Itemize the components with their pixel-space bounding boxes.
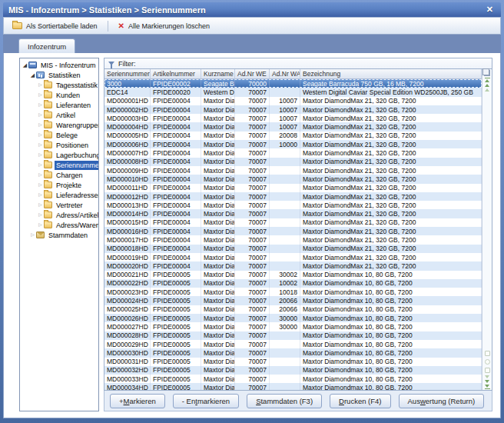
tree-item-kunden[interactable]: ▷Kunden [20,90,98,100]
load-sort-table-button[interactable]: Als Sortiertabelle laden [7,20,103,32]
button--entmarkieren[interactable]: - Entmarkieren [173,394,239,408]
chevron-collapsed-icon[interactable]: ▷ [29,230,36,240]
chevron-collapsed-icon[interactable]: ▷ [37,120,44,130]
table-row[interactable]: MD000005HDFPIDE00004Maxtor Dia7000720008… [104,132,482,140]
table-row[interactable]: MD000021HDFPIDE00005Maxtor Dia7000730002… [104,271,482,279]
tree-item-positionen[interactable]: ▷Positionen [20,140,98,150]
chevron-collapsed-icon[interactable]: ▷ [37,150,44,160]
chevron-expanded-icon[interactable]: ◢ [29,70,36,80]
table-row[interactable]: MD000012HDFPIDE00004Maxtor Dia70007Maxto… [104,192,482,201]
table-row[interactable]: MD000017HDFPIDE00004Maxtor Dia70007Maxto… [104,235,482,244]
chevron-collapsed-icon[interactable]: ▷ [37,140,44,150]
table-row[interactable]: MD000031HDFPIDE00005Maxtor Dia70007Maxto… [104,358,482,366]
table-row[interactable]: MD000034HDFPIDE00005Maxtor Dia70007Maxto… [104,383,482,390]
column-header-artikelnummer[interactable]: Artikelnummer [151,69,201,79]
chevron-collapsed-icon[interactable]: ▷ [37,130,44,140]
table-row[interactable]: MD000032HDFPIDE00005Maxtor Dia70007Maxto… [104,366,482,375]
table-row[interactable]: MD000020HDFPIDE00004Maxtor Dia70007Maxto… [104,261,482,270]
table-row[interactable]: MD000011HDFPIDE00004Maxtor Dia70007Maxto… [104,184,482,192]
tree-item-artikel[interactable]: ▷Artikel [20,110,98,120]
table-row[interactable]: MD000001HDFPIDE00004Maxtor Dia7000710007… [104,97,482,105]
tree-item-vertreter[interactable]: ▷Vertreter [20,200,98,210]
tree-item-lieferanten[interactable]: ▷Lieferanten [20,100,98,110]
table-row[interactable]: MD000010HDFPIDE00004Maxtor Dia70007Maxto… [104,175,482,183]
column-header-seriennummer[interactable]: Seriennummer [104,69,151,79]
table-row[interactable]: MD000004HDFPIDE00004Maxtor Dia7000710007… [104,122,482,131]
chevron-collapsed-icon[interactable]: ▷ [37,180,44,190]
table-row[interactable]: MD000024HDFPIDE00005Maxtor Dia7000720066… [104,296,482,305]
tree-item-projekte[interactable]: ▷Projekte [20,180,98,190]
table-row[interactable]: MD000033HDFPIDE00005Maxtor Dia70007Maxto… [104,375,482,383]
table-row[interactable]: MD000008HDFPIDE00004Maxtor Dia70007Maxto… [104,158,482,166]
page-down-icon[interactable] [485,375,489,378]
button-stammdaten-f3-[interactable]: Stammdaten (F3) [247,394,322,408]
table-row[interactable]: MD000018HDFPIDE00004Maxtor Dia70007Maxto… [104,245,482,253]
table-row[interactable]: MD000016HDFPIDE00004Maxtor Dia70007Maxto… [104,227,482,235]
table-row[interactable]: MD000015HDFPIDE00004Maxtor Dia70007Maxto… [104,218,482,227]
table-row[interactable]: MD000028HDFPIDE00005Maxtor Dia70007Maxto… [104,331,482,340]
table-row[interactable]: MD000022HDFPIDE00005Maxtor Dia7000710002… [104,279,482,288]
tree-item-belege[interactable]: ▷Belege [20,130,98,140]
tree-item-chargen[interactable]: ▷Chargen [20,170,98,180]
chevron-collapsed-icon[interactable]: ▷ [37,170,44,180]
goto-bottom-icon[interactable] [485,385,489,388]
scroll-down-icon[interactable] [485,380,489,383]
tree-item-mis-infozentrum[interactable]: ◢MIS - Infozentrum [20,60,98,70]
page-up-icon[interactable] [485,88,489,92]
tree-item-lagerbuchungen[interactable]: ▷Lagerbuchungen [20,150,98,160]
chevron-expanded-icon[interactable]: ◢ [22,60,28,70]
chevron-collapsed-icon[interactable]: ▷ [37,90,44,100]
chevron-collapsed-icon[interactable]: ▷ [37,110,44,120]
table-row[interactable]: MD000006HDFPIDE00004Maxtor Dia7000710000… [104,140,482,148]
chevron-collapsed-icon[interactable]: ▷ [37,210,44,220]
table-row[interactable]: MD000030HDFPIDE00005Maxtor Dia70007Maxto… [104,348,482,357]
chevron-collapsed-icon[interactable]: ▷ [37,190,44,200]
tree-item-stammdaten[interactable]: ▷Stammdaten [20,230,98,240]
table-row[interactable]: MD000019HDFPIDE00004Maxtor Dia70007Maxto… [104,253,482,261]
tree-item-adress-warengruppen[interactable]: ▷Adress/Warengruppen [20,220,98,230]
chevron-collapsed-icon[interactable]: ▷ [37,100,44,110]
tree-item-seriennummern[interactable]: ▷Seriennummern [20,160,98,170]
table-row[interactable]: EDC14FPIDE00020Western Di70007Western Di… [104,88,482,96]
table-row[interactable]: MD000026HDFPIDE00005Maxtor Dia7000730000… [104,314,482,322]
close-icon[interactable]: ✕ [484,5,496,15]
table-row[interactable]: MD000003HDFPIDE00004Maxtor Dia7000710007… [104,114,482,122]
table-row[interactable]: MD000027HDFPIDE00005Maxtor Dia7000730000… [104,322,482,331]
button-drucken-f4-[interactable]: Drucken (F4) [330,394,390,408]
column-header-ad-nr-wa[interactable]: Ad.Nr WA [270,69,300,79]
button-auswertung-return-[interactable]: Auswertung (Return) [399,394,485,408]
chevron-collapsed-icon[interactable]: ▷ [37,80,44,90]
search-icon[interactable] [485,359,490,365]
column-header-kurzname[interactable]: Kurzname [201,69,235,79]
table-row[interactable]: MD000025HDFPIDE00005Maxtor Dia7000720066… [104,305,482,314]
tree-item-statistiken[interactable]: ◢Statistiken [20,70,98,80]
table-row[interactable]: 3000FPIDE00002Seagate Ba70000Seagate Bar… [104,79,482,88]
table-row[interactable]: MD000023HDFPIDE00005Maxtor Dia7000710018… [104,288,482,296]
table-row[interactable]: MD000009HDFPIDE00004Maxtor Dia70007Maxto… [104,166,482,175]
tree-item-adress-artikel[interactable]: ▷Adress/Artikel [20,210,98,220]
chevron-collapsed-icon[interactable]: ▷ [37,200,44,210]
chevron-collapsed-icon[interactable]: ▷ [37,220,44,230]
table-row[interactable]: MD000002HDFPIDE00004Maxtor Dia7000710007… [104,105,482,114]
goto-top-icon[interactable] [485,79,489,82]
copy-icon[interactable] [484,70,490,76]
table-row[interactable]: MD000014HDFPIDE00004Maxtor Dia70007Maxto… [104,209,482,218]
tree-item-warengruppen[interactable]: ▷Warengruppen [20,120,98,130]
tree-item-label: Belege [55,131,79,140]
table-row[interactable]: MD000013HDFPIDE00004Maxtor Dia70007Maxto… [104,201,482,209]
column-header-ad-nr-we[interactable]: Ad.Nr WE [235,69,270,79]
table-row[interactable]: MD000007HDFPIDE00004Maxtor Dia70007Maxto… [104,148,482,157]
tree-item-lieferadressen[interactable]: ▷Lieferadressen [20,190,98,200]
table-row[interactable]: MD000029HDFPIDE00005Maxtor Dia70007Maxto… [104,340,482,348]
scroll-up-icon[interactable] [485,84,489,87]
tab-infozentrum[interactable]: Infozentrum [18,38,75,53]
button--markieren[interactable]: + Markieren [110,394,165,408]
clear-marks-button[interactable]: ✕ Alle Markierungen löschen [113,20,215,32]
count-icon[interactable] [485,351,490,356]
column-header-bezeichnung[interactable]: Bezeichnung [300,69,482,79]
chevron-collapsed-icon[interactable]: ▷ [37,160,44,170]
filter-row[interactable]: Filter: [104,58,492,68]
filter-funnel-icon[interactable] [485,368,490,373]
tree-item-tagesstatistik[interactable]: ▷Tagesstatistik [20,80,98,90]
titlebar[interactable]: MIS - Infozentrum > Statistiken > Serien… [3,2,501,17]
